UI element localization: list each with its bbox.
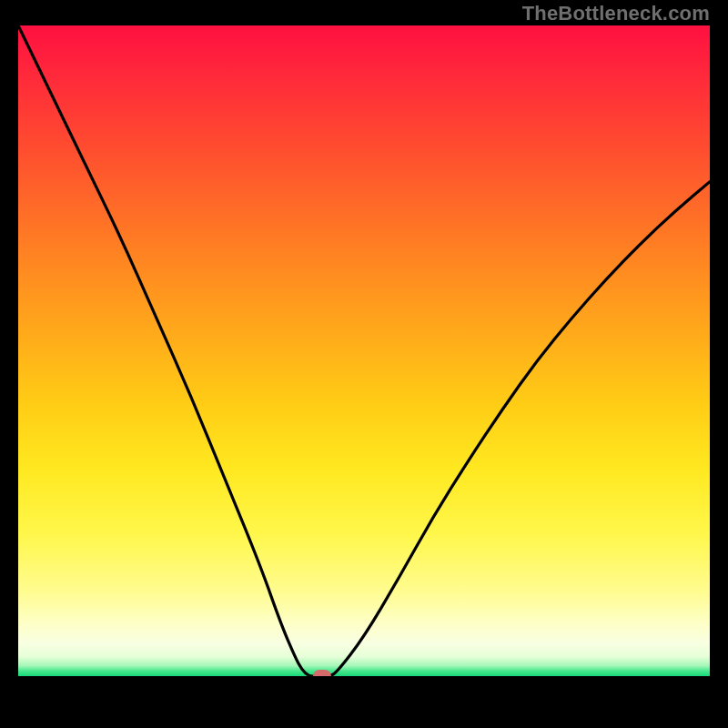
- chart-frame: TheBottleneck.com: [0, 0, 728, 728]
- watermark-text: TheBottleneck.com: [522, 2, 710, 25]
- plot-floor: [18, 676, 710, 710]
- plot-area: [18, 25, 710, 710]
- bottleneck-curve: [18, 25, 710, 676]
